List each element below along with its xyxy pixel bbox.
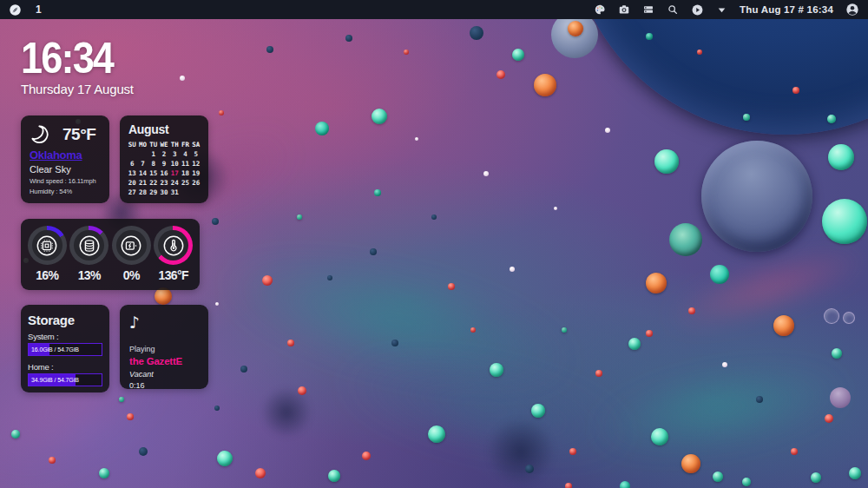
wallpaper-bubble	[569, 448, 576, 455]
cpu-chip-icon	[36, 234, 58, 257]
calendar-day: 29	[148, 188, 159, 196]
gauge-memory: 13%	[69, 226, 110, 282]
wallpaper-bubble	[428, 425, 445, 443]
wallpaper-bubble	[688, 307, 695, 314]
gauge-memory-value: 13%	[78, 268, 101, 282]
wallpaper-bubble	[470, 327, 476, 333]
gauge-cpu-value: 16%	[36, 268, 58, 282]
panel-clock[interactable]: Thu Aug 17 # 16:34	[740, 4, 833, 15]
wallpaper-bubble	[825, 414, 833, 423]
clock-widget: 16:34 Thursday 17 August	[21, 36, 134, 96]
calendar-day: 19	[191, 169, 201, 177]
wallpaper-bubble	[742, 478, 751, 486]
wallpaper-bubble	[832, 348, 842, 359]
calendar-weekday: TH	[169, 141, 180, 148]
wallpaper-bubble	[327, 275, 332, 280]
wallpaper-bubble	[697, 49, 702, 55]
calendar-day: 12	[191, 160, 201, 168]
calendar-weekday: SA	[191, 141, 201, 148]
wallpaper-bubble	[628, 338, 641, 350]
weather-widget: 75°F Oklahoma Clear Sky Wind speed : 16.…	[21, 115, 109, 203]
wallpaper-bubble	[119, 397, 124, 402]
wallpaper-bubble	[713, 472, 723, 482]
wallpaper-bubble	[792, 87, 799, 94]
wallpaper-bubble	[756, 396, 763, 403]
wallpaper-bubble	[620, 481, 630, 488]
calendar-day: 9	[159, 160, 169, 168]
calendar-day: 22	[148, 179, 159, 187]
gauge-cpu: 16%	[26, 226, 68, 282]
calendar-weekday: FR	[180, 141, 190, 148]
calendar-day: 16	[159, 169, 169, 177]
wallpaper-bubble	[654, 149, 679, 174]
calendar-day: 15	[148, 169, 159, 177]
wallpaper-bubble	[298, 386, 306, 395]
storage-system-label: System :	[28, 332, 102, 341]
calendar-day: 25	[180, 179, 190, 187]
wallpaper-bubble	[646, 330, 653, 337]
wallpaper-bubble	[827, 115, 836, 123]
calendar-day	[191, 188, 201, 196]
calendar-day: 27	[127, 188, 137, 196]
wallpaper-bubble	[219, 110, 224, 115]
calendar-day: 6	[127, 160, 137, 168]
gauge-battery: 0%	[110, 226, 152, 282]
calendar-day: 23	[159, 179, 169, 187]
wallpaper-bubble	[531, 404, 545, 418]
calendar-day	[137, 150, 148, 158]
wallpaper-bubble	[534, 74, 556, 96]
storage-home-bar: 34.9GiB / 54.7GiB	[28, 373, 102, 386]
wallpaper-bubble	[646, 273, 667, 293]
panel-layout-icon[interactable]	[642, 3, 654, 16]
media-play-icon[interactable]	[691, 3, 704, 16]
wallpaper-bubble	[266, 46, 273, 53]
calendar-widget: August SUMOTUWETHFRSA1234567891011121314…	[120, 115, 208, 203]
music-widget: ♪ Playing the GazettE Vacant 0:16	[120, 305, 208, 389]
wallpaper-bubble	[262, 275, 273, 286]
screenshot-camera-icon[interactable]	[618, 3, 630, 16]
wallpaper-bubble	[646, 33, 653, 40]
calendar-weekday: MO	[137, 141, 148, 148]
wallpaper-bubble	[255, 468, 266, 478]
wallpaper-bubble	[180, 76, 185, 81]
calendar-day: 11	[180, 160, 190, 168]
calendar-day	[127, 150, 137, 158]
storage-system-value: 16.0GiB / 54.7GiB	[31, 344, 79, 355]
wallpaper-bubble	[568, 21, 583, 36]
workspace-indicator[interactable]: 1	[36, 3, 42, 16]
calendar-day: 7	[137, 160, 148, 168]
wallpaper-bubble	[404, 49, 409, 55]
calendar-day: 31	[169, 188, 180, 196]
calendar-day: 13	[127, 169, 137, 177]
calendar-weekday: TU	[148, 141, 159, 148]
distro-logo-icon[interactable]	[9, 3, 22, 16]
wallpaper-bubble	[510, 267, 515, 272]
wallpaper-bubble	[297, 214, 302, 220]
wallpaper-bubble	[370, 248, 377, 255]
weather-location[interactable]: Oklahoma	[30, 148, 101, 162]
wallpaper-bubble	[822, 199, 867, 244]
wallpaper-bubble	[681, 454, 700, 473]
wallpaper-bubble	[362, 452, 371, 460]
top-panel: 1 Thu Aug 17 # 16:34	[0, 0, 868, 19]
calendar-weekday: WE	[159, 141, 169, 148]
dropdown-caret-icon[interactable]	[716, 4, 727, 16]
user-account-icon[interactable]	[845, 3, 859, 16]
wallpaper-bubble	[849, 467, 861, 479]
wallpaper-bubble	[554, 207, 557, 210]
calendar-day: 21	[137, 179, 148, 187]
search-icon[interactable]	[667, 3, 679, 16]
wallpaper-bubble	[605, 128, 610, 133]
wallpaper-bubble	[415, 137, 418, 141]
weather-humidity: Humidity : 54%	[30, 188, 101, 195]
wallpaper-bubble	[830, 387, 851, 408]
wallpaper-bubble	[569, 0, 868, 135]
wallpaper-bubble	[240, 366, 247, 373]
calendar-day: 4	[180, 150, 190, 158]
music-elapsed: 0:16	[129, 381, 199, 390]
wallpaper-bubble	[743, 114, 750, 121]
calendar-day: 26	[191, 179, 201, 187]
wallpaper-bubble	[525, 465, 534, 473]
calendar-grid: SUMOTUWETHFRSA12345678910111213141516171…	[127, 141, 201, 196]
palette-icon[interactable]	[594, 3, 606, 16]
